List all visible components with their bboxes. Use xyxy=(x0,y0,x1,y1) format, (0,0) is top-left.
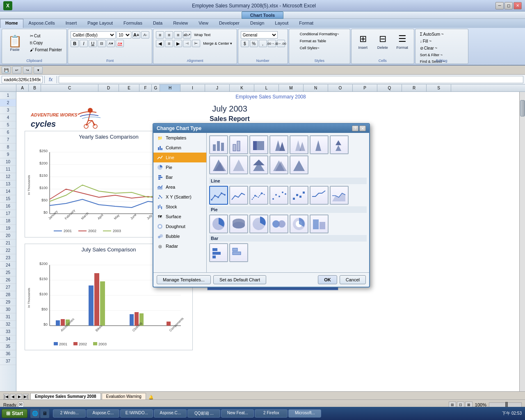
bar-type-2[interactable] xyxy=(229,243,248,262)
taskbar-btn-7[interactable]: 2 Firefox xyxy=(255,409,288,418)
merge-center-button[interactable]: Merge & Center▾ xyxy=(201,41,234,46)
comma-button[interactable]: , xyxy=(259,40,267,47)
desktop-icon[interactable]: 🖥 xyxy=(40,409,49,418)
col-header-d[interactable]: D xyxy=(98,84,119,91)
dialog-help-button[interactable]: ? xyxy=(352,126,358,131)
cone-type-1[interactable] xyxy=(209,135,228,154)
taskbar-btn-8[interactable]: Microsoft... xyxy=(288,409,321,418)
tab-view[interactable]: View xyxy=(193,19,214,28)
percent-button[interactable]: % xyxy=(250,40,258,47)
fill-button[interactable]: ↓ Fill ~ xyxy=(418,38,434,44)
font-name-select[interactable]: Calibri (Body) xyxy=(71,31,116,39)
pyramid-type-1[interactable] xyxy=(209,155,228,174)
line-type-1[interactable] xyxy=(209,186,228,205)
taskbar-btn-5[interactable]: QQ邮箱 ... xyxy=(187,409,220,418)
col-header-j[interactable]: J xyxy=(205,84,230,91)
autosum-button[interactable]: Σ AutoSum ~ xyxy=(418,31,446,37)
cone-type-7[interactable] xyxy=(330,135,349,154)
dialog-close-button[interactable]: ✕ xyxy=(359,126,366,131)
font-size-select[interactable]: 10 xyxy=(116,31,131,39)
set-default-button[interactable]: Set as Default Chart xyxy=(213,275,266,284)
pie-type-3[interactable] xyxy=(249,215,268,233)
zoom-slider[interactable] xyxy=(489,402,522,407)
cone-type-3[interactable] xyxy=(249,135,268,154)
conditional-formatting-button[interactable]: Conditional Formatting~ xyxy=(298,31,341,37)
tab-aspose[interactable]: Aspose.Cells xyxy=(23,19,60,28)
chart-type-surface[interactable]: 🗺 Surface xyxy=(153,212,206,221)
bar-type-1[interactable] xyxy=(209,243,228,262)
tab-page-layout[interactable]: Page Layout xyxy=(82,19,118,28)
tab-next-button[interactable]: ▶ xyxy=(16,394,22,399)
redo-quick-button[interactable]: ↪ xyxy=(23,66,32,74)
clear-button[interactable]: ⊘ Clear ~ xyxy=(418,45,440,51)
chart-type-stock[interactable]: Stock xyxy=(153,202,206,212)
tab-first-button[interactable]: |◀ xyxy=(3,394,9,399)
taskbar-btn-2[interactable]: Aspose.C... xyxy=(87,409,119,418)
tab-home[interactable]: Home xyxy=(0,19,23,28)
chart-type-templates[interactable]: 📁 Templates xyxy=(153,133,206,143)
name-box[interactable] xyxy=(2,76,43,83)
pie-type-4[interactable] xyxy=(269,215,288,233)
manage-templates-button[interactable]: Manage Templates... xyxy=(157,275,211,284)
vertical-scrollbar[interactable] xyxy=(519,92,525,391)
tab-insert[interactable]: Insert xyxy=(60,19,82,28)
pyramid-type-4[interactable] xyxy=(269,155,288,174)
sheet-tab-warning[interactable]: Evaluation Warning xyxy=(102,393,146,399)
chart-type-area[interactable]: Area xyxy=(153,182,206,192)
chart-type-bubble[interactable]: Bubble xyxy=(153,231,206,241)
delete-button[interactable]: ⊟ Delete xyxy=(374,31,392,51)
cut-button[interactable]: ✂ Cut xyxy=(28,33,64,39)
minimize-button[interactable]: ─ xyxy=(495,2,504,9)
tab-developer[interactable]: Developer xyxy=(214,19,245,28)
decrease-decimal-button[interactable]: .00→.0 xyxy=(268,40,276,47)
save-quick-button[interactable]: 💾 xyxy=(2,66,11,74)
pie-type-5[interactable] xyxy=(290,215,308,233)
col-header-m[interactable]: M xyxy=(279,84,304,91)
cone-type-5[interactable] xyxy=(290,135,308,154)
pie-type-6[interactable] xyxy=(310,215,329,233)
ok-button[interactable]: OK xyxy=(318,275,337,284)
cone-type-6[interactable] xyxy=(310,135,329,154)
angle-text-button[interactable]: ab↗ xyxy=(183,31,191,39)
paste-button[interactable]: 📋 Paste xyxy=(5,31,25,55)
col-header-e[interactable]: E xyxy=(119,84,139,91)
currency-button[interactable]: $ xyxy=(241,40,249,47)
tab-format[interactable]: Format xyxy=(294,19,319,28)
cell-styles-button[interactable]: Cell Styles~ xyxy=(298,45,322,51)
wrap-text-button[interactable]: Wrap Text xyxy=(192,32,212,38)
indent-left-button[interactable]: ⊣ xyxy=(183,40,191,47)
tab-design[interactable]: Design xyxy=(245,19,269,28)
line-type-3[interactable] xyxy=(249,186,268,205)
taskbar-btn-3[interactable]: E:\WINDO... xyxy=(120,409,153,418)
cone-type-4[interactable] xyxy=(269,135,288,154)
tab-last-button[interactable]: ▶| xyxy=(23,394,29,399)
pie-type-2[interactable] xyxy=(229,215,248,233)
copy-button[interactable]: ⎘ Copy xyxy=(28,40,64,46)
align-right-button[interactable]: ▶ xyxy=(174,40,182,47)
col-header-o[interactable]: O xyxy=(328,84,353,91)
indent-right-button[interactable]: ⊢ xyxy=(192,40,200,47)
underline-button[interactable]: U xyxy=(89,40,97,47)
italic-button[interactable]: I xyxy=(80,40,88,47)
col-header-f[interactable]: F xyxy=(139,84,152,91)
chart-type-column[interactable]: Column xyxy=(153,143,206,153)
chart-type-radar[interactable]: ◎ Radar xyxy=(153,241,206,251)
tab-layout[interactable]: Layout xyxy=(269,19,294,28)
format-painter-button[interactable]: 🖌 Format Painter xyxy=(28,47,64,53)
pyramid-type-3[interactable] xyxy=(249,155,268,174)
col-header-a[interactable]: A xyxy=(16,84,29,91)
tab-data[interactable]: Data xyxy=(148,19,168,28)
chart-type-pie[interactable]: Pie xyxy=(153,162,206,172)
taskbar-btn-4[interactable]: Aspose.C... xyxy=(154,409,187,418)
cone-type-2[interactable] xyxy=(229,135,248,154)
align-left-button[interactable]: ◀ xyxy=(156,40,164,47)
taskbar-btn-1[interactable]: 2 Windo... xyxy=(53,409,86,418)
col-header-h[interactable]: H xyxy=(160,84,180,91)
bold-button[interactable]: B xyxy=(71,40,79,47)
format-as-table-button[interactable]: Format as Table xyxy=(298,38,328,44)
col-header-q[interactable]: Q xyxy=(377,84,402,91)
col-header-l[interactable]: L xyxy=(254,84,279,91)
align-top-center-button[interactable]: ≡ xyxy=(165,31,173,39)
format-button[interactable]: ☰ Format xyxy=(393,31,411,51)
taskbar-btn-6[interactable]: New Feat... xyxy=(221,409,254,418)
